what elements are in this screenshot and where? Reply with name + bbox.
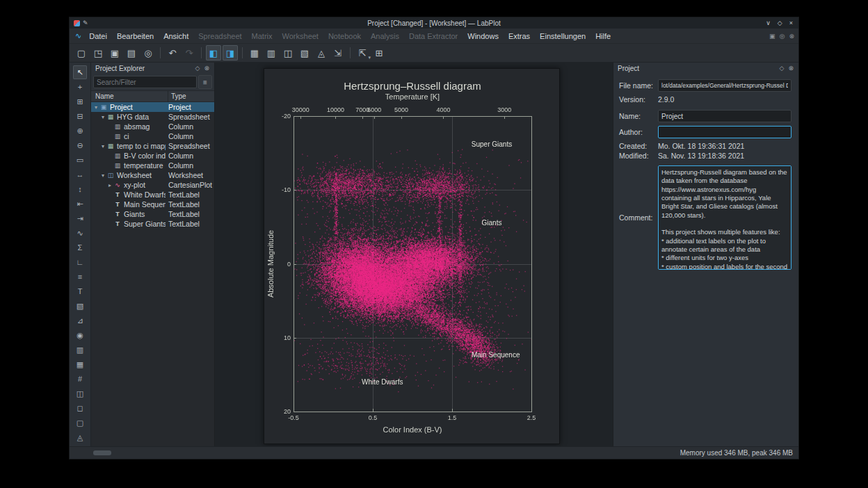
zoom-select-tool[interactable]: ⊞ — [73, 95, 87, 108]
tree-row-project[interactable]: ▾▣ProjectProject — [91, 102, 214, 112]
auto-scale-y-tool[interactable]: ↕ — [73, 182, 87, 196]
textlabel-icon: T — [113, 201, 122, 208]
menu-extras[interactable]: Extras — [504, 29, 535, 43]
tree-row-ci[interactable]: ▥ciColumn — [91, 131, 214, 141]
shift-right-x-tool[interactable]: ⇥ — [73, 211, 87, 225]
hr-chart-canvas[interactable] — [264, 69, 558, 442]
zoom-fit-page-tool[interactable]: ◻ — [73, 401, 87, 415]
tree-item-type: TextLabel — [166, 190, 214, 199]
add-text-label-tool[interactable]: T — [73, 284, 87, 298]
properties-close-icon[interactable]: ⊗ — [786, 65, 796, 72]
undo-button[interactable]: ↶ — [165, 45, 180, 60]
scrollbar-thumb[interactable] — [93, 450, 111, 455]
explorer-close-icon[interactable]: ⊗ — [202, 65, 211, 72]
new-project-button[interactable]: ▢ — [74, 45, 89, 60]
tree-row-temperature[interactable]: ▥temperatureColumn — [91, 161, 214, 170]
add-axis-tool[interactable]: ∟ — [73, 255, 87, 269]
print-button[interactable]: ▤ — [124, 45, 139, 60]
open-project-button[interactable]: ◳ — [90, 45, 106, 60]
author-input[interactable] — [658, 126, 791, 138]
dropdown-caret-icon: ▾ — [368, 55, 371, 60]
menu-einstellungen[interactable]: Einstellungen — [535, 29, 590, 43]
menu-notebook: Notebook — [323, 29, 366, 43]
maximize-button[interactable]: ◇ — [778, 19, 782, 26]
explorer-hscrollbar[interactable] — [93, 450, 191, 455]
created-label: Created: — [619, 142, 658, 150]
add-legend-tool[interactable]: ≡ — [73, 270, 87, 284]
zoom-fit-height-tool[interactable]: ◬ — [73, 430, 87, 444]
menubar-corner-icon-2[interactable]: ◎ — [780, 33, 785, 40]
grid-layout-tool[interactable]: # — [73, 372, 87, 386]
properties-float-icon[interactable]: ◇ — [778, 65, 787, 72]
column-header-type[interactable]: Type — [168, 92, 214, 100]
menu-hilfe[interactable]: Hilfe — [590, 29, 616, 43]
new-worksheet-button[interactable]: ◫ — [280, 45, 296, 60]
shift-left-x-tool[interactable]: ⇤ — [73, 197, 87, 211]
break-layout-tool[interactable]: ◫ — [73, 387, 87, 400]
zoom-out-tool[interactable]: ⊖ — [73, 138, 87, 152]
import-button[interactable]: ⇲ — [330, 45, 346, 60]
tree-row-absmag[interactable]: ▥absmagColumn — [91, 122, 214, 131]
new-notebook-button[interactable]: ▧ — [297, 45, 312, 60]
tree-row-giants[interactable]: TGiantsTextLabel — [91, 209, 214, 219]
worksheet-page[interactable] — [264, 68, 560, 444]
new-datapicker-button[interactable]: ◬ — [314, 45, 329, 60]
file-name-input[interactable] — [658, 79, 791, 92]
comment-textarea[interactable]: Hertzsprung-Russell diagram based on the… — [658, 165, 791, 270]
add-plot-tool[interactable]: ⊿ — [73, 314, 87, 327]
select-mode-tool[interactable]: ↖ — [73, 65, 87, 79]
horizontal-layout-tool[interactable]: ▦ — [73, 357, 87, 371]
search-input[interactable] — [93, 76, 197, 88]
new-folder-button[interactable]: ⊞ — [371, 45, 387, 60]
auto-scale-tool[interactable]: ▭ — [73, 153, 87, 167]
add-curve-tool[interactable]: ∿ — [73, 226, 87, 240]
add-info-element-tool[interactable]: ◉ — [73, 328, 87, 342]
zoom-in-tool[interactable]: ⊕ — [73, 124, 87, 138]
toggle-project-explorer-button[interactable]: ◧ — [206, 45, 221, 60]
chevron-down-icon[interactable]: ▾ — [93, 104, 99, 111]
tree-row-white-dwarfs[interactable]: TWhite DwarfsTextLabel — [91, 190, 214, 200]
export-button[interactable]: ⇱▾ — [355, 45, 370, 60]
auto-scale-x-tool[interactable]: ↔ — [73, 168, 87, 181]
chevron-down-icon[interactable]: ▾ — [99, 114, 106, 120]
tree-row-b-v-color-index[interactable]: ▥B-V color indexColumn — [91, 151, 214, 161]
main-toolbar: ▢◳▣▤◎↶↷◧◨▦▥◫▧◬⇲⇱▾⊞ — [70, 44, 798, 63]
menu-windows[interactable]: Windows — [463, 29, 504, 43]
redo-button[interactable]: ↷ — [182, 45, 197, 60]
menubar-corner-icon-3[interactable]: ⊗ — [789, 33, 794, 40]
tree-row-super-giants[interactable]: TSuper GiantsTextLabel — [91, 219, 214, 229]
menu-bearbeiten[interactable]: Bearbeiten — [112, 29, 159, 43]
zoom-fit-width-tool[interactable]: ▢ — [73, 416, 87, 430]
crosshair-mode-tool[interactable]: + — [73, 80, 87, 94]
menu-datei[interactable]: Datei — [84, 29, 112, 43]
column-header-name[interactable]: Name — [91, 91, 168, 101]
titlebar[interactable]: ✎ Project [Changed] - [Worksheet] — LabP… — [70, 17, 798, 29]
name-input[interactable] — [658, 110, 791, 122]
zoom-x-select-tool[interactable]: ⊟ — [73, 109, 87, 123]
minimize-button[interactable]: ∨ — [766, 19, 771, 26]
tree-row-xy-plot[interactable]: ▸∿xy-plotCartesianPlot — [91, 180, 214, 190]
toggle-properties-explorer-button[interactable]: ◨ — [223, 45, 238, 60]
add-equation-curve-tool[interactable]: Σ — [73, 241, 87, 254]
chevron-down-icon[interactable]: ▾ — [99, 143, 106, 149]
close-button[interactable]: × — [789, 19, 793, 26]
new-matrix-button[interactable]: ▥ — [264, 45, 279, 60]
print-preview-button[interactable]: ◎ — [140, 45, 156, 60]
vertical-layout-tool[interactable]: ▥ — [73, 343, 87, 357]
menubar-corner-icon-1[interactable]: ▣ — [769, 33, 775, 40]
textlabel-icon: T — [113, 220, 122, 227]
search-row: ≡ — [91, 74, 214, 90]
worksheet-view[interactable] — [215, 63, 613, 446]
chevron-right-icon[interactable]: ▸ — [106, 182, 113, 188]
chevron-down-icon[interactable]: ▾ — [99, 172, 106, 179]
filter-options-button[interactable]: ≡ — [198, 75, 212, 89]
tree-row-main-sequence[interactable]: TMain SequenceTextLabel — [91, 200, 214, 209]
tree-row-worksheet[interactable]: ▾◫WorksheetWorksheet — [91, 170, 214, 180]
tree-row-hyg-data[interactable]: ▾▦HYG dataSpreadsheet — [91, 112, 214, 122]
tree-row-temp-to-ci-mapping[interactable]: ▾▦temp to ci mappingSpreadsheet — [91, 141, 214, 151]
new-spreadsheet-button[interactable]: ▦ — [247, 45, 262, 60]
explorer-float-icon[interactable]: ◇ — [193, 65, 202, 72]
menu-ansicht[interactable]: Ansicht — [159, 29, 193, 43]
add-image-tool[interactable]: ▧ — [73, 299, 87, 313]
save-project-button[interactable]: ▣ — [107, 45, 122, 60]
